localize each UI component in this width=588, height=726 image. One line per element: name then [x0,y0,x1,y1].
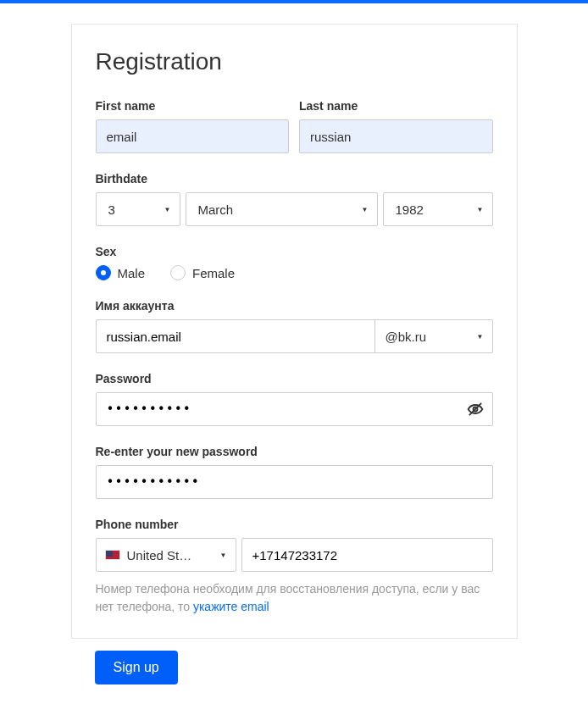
password2-label: Re-enter your new password [96,445,493,458]
password-label: Password [96,372,493,385]
eye-off-icon[interactable] [466,400,485,418]
birth-year-select[interactable]: 1982 ▼ [383,192,493,226]
top-accent-bar [0,0,588,3]
first-name-label: First name [96,99,290,113]
chevron-down-icon: ▼ [164,206,171,213]
last-name-input[interactable] [299,119,493,153]
first-name-input[interactable] [96,119,290,153]
birth-month-value: March [198,202,234,217]
account-label: Имя аккаунта [96,299,493,313]
chevron-down-icon: ▼ [220,551,227,559]
sex-label: Sex [96,245,493,258]
phone-label: Phone number [96,518,493,531]
female-label: Female [192,266,235,280]
chevron-down-icon: ▼ [477,333,484,341]
last-name-label: Last name [299,99,493,113]
page-title: Registration [96,48,493,75]
phone-hint-text: Номер телефона необходим для восстановле… [96,582,480,613]
us-flag-icon [105,550,120,560]
phone-number-input[interactable] [241,538,493,572]
password-input[interactable] [96,392,493,426]
phone-country-select[interactable]: United St… ▼ [96,538,236,572]
phone-hint: Номер телефона необходим для восстановле… [96,580,493,616]
phone-country-value: United St… [127,548,212,563]
account-name-input[interactable] [96,319,374,353]
chevron-down-icon: ▼ [362,206,369,213]
birth-day-value: 3 [108,202,115,217]
specify-email-link[interactable]: укажите email [193,600,269,613]
chevron-down-icon: ▼ [477,206,484,213]
male-label: Male [118,266,146,280]
birthdate-label: Birthdate [96,172,493,186]
password-confirm-input[interactable] [96,465,493,499]
registration-card: Registration First name Last name Birthd… [71,24,518,639]
email-domain-value: @bk.ru [386,330,427,344]
radio-checked-icon [96,265,111,280]
birth-month-select[interactable]: March ▼ [186,192,378,226]
birth-year-value: 1982 [396,202,424,217]
sign-up-button[interactable]: Sign up [95,651,178,684]
email-domain-select[interactable]: @bk.ru ▼ [374,319,493,353]
radio-male[interactable]: Male [96,265,146,280]
radio-unchecked-icon [170,265,186,280]
radio-female[interactable]: Female [170,265,235,280]
birth-day-select[interactable]: 3 ▼ [96,192,180,226]
